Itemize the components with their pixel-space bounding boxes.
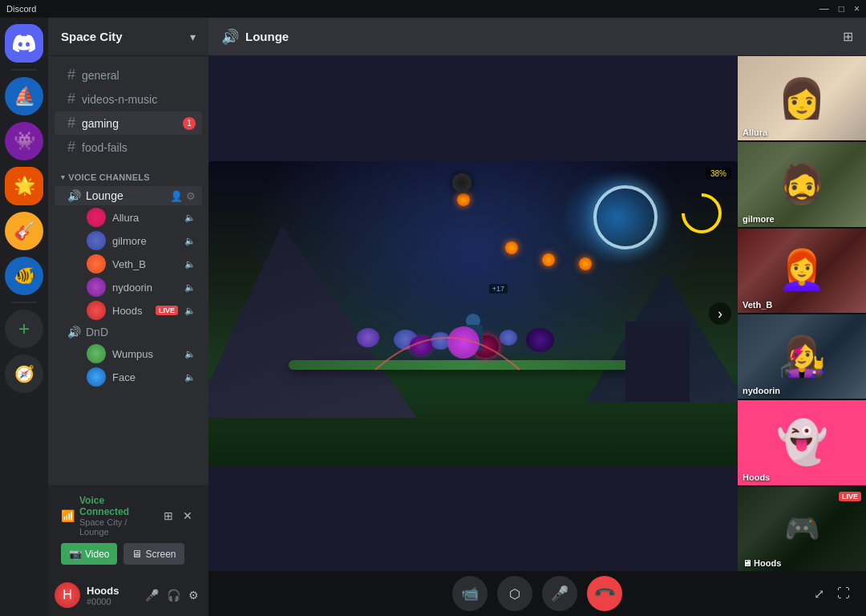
explore-servers-button[interactable]: 🧭 [5,355,43,393]
hoods-static-name-label: Hoods [743,472,770,482]
participant-tile-gilmore[interactable]: 🧔 gilmore [738,142,866,228]
mute-button[interactable]: 🎤 [142,586,162,605]
window-controls[interactable]: — □ × [819,3,860,14]
member-name-hoods: Hoods [112,305,146,317]
bottom-controls: 📹 ⬡ 🎤 📞 ⤢ ⛶ [208,571,866,616]
user-footer: H Hoods #0000 🎤 🎧 ⚙ [48,574,208,616]
share-screen-button[interactable]: ⬡ [497,576,532,611]
popout-button[interactable]: ⤢ [811,583,828,605]
hoods-avatar-emoji: 👻 [776,418,828,467]
member-avatar-face [87,367,106,387]
voice-connected-info: 📶 Voice Connected Space City / Lounge ⊞ … [55,492,202,540]
allura-avatar-emoji: 👩 [778,76,826,121]
mic-button[interactable]: 🎤 [542,576,577,611]
mic-icon: 🎤 [551,585,569,602]
allura-name-label: Allura [743,128,767,137]
member-avatar-allura [87,208,106,227]
game-portal-circle [593,185,658,249]
deafen-button[interactable]: 🎧 [164,586,184,605]
screen-label: Screen [145,549,176,560]
end-call-icon: 📞 [592,581,617,606]
voice-buttons: 📷 Video 🖥 Screen [55,540,202,571]
speaker-icon: 🔊 [67,326,81,338]
participant-tile-nydoorin[interactable]: 👩‍🎤 nydoorin [738,314,866,400]
nydoorin-name-label: nydoorin [743,386,780,395]
server-divider [11,69,37,71]
hash-icon: # [67,67,75,83]
server-icon-s1[interactable]: ⛵ [5,77,43,116]
server-icon-discord[interactable] [5,24,43,63]
member-speaker-icon: 🔈 [184,306,196,316]
screen-share-button[interactable]: 🖥 Screen [123,543,184,565]
fire-orb-3 [542,253,555,266]
vethb-avatar-emoji: 👩‍🦰 [778,248,826,293]
channel-header-right: ⊞ [843,29,853,44]
voice-channel-lounge[interactable]: 🔊 Lounge 👤 ⚙ [55,186,202,205]
server-icon-s5[interactable]: 🐠 [5,257,43,295]
channel-food-fails[interactable]: # food-fails [55,136,202,159]
gilmore-avatar-emoji: 🧔 [778,162,826,207]
voice-member-allura[interactable]: Allura 🔈 [55,206,202,229]
channel-sidebar: Space City ▾ # general # videos-n-music … [48,18,208,616]
grid-view-icon[interactable]: ⊞ [843,29,853,44]
server-icon-s2[interactable]: 👾 [5,122,43,160]
voice-member-gilmore[interactable]: gilmore 🔈 [55,229,202,252]
voice-channel-actions: 👤 ⚙ [170,190,196,202]
server-icon-s4[interactable]: 🎸 [5,212,43,250]
voice-actions: ⊞ ✕ [160,506,196,525]
vethb-name-label: Veth_B [743,300,772,310]
gilmore-name-label: gilmore [743,214,775,224]
channel-name: videos-n-music [82,93,157,106]
dark-orb [452,173,471,192]
main-stream: +17 38% › [208,56,738,571]
server-dropdown-icon: ▾ [190,30,196,43]
member-name-nydoorin: nydoorin [112,282,178,294]
app-body: ⛵ 👾 🌟 🎸 🐠 + 🧭 Space City ▾ # general # v… [0,18,866,616]
member-speaker-icon: 🔈 [184,372,196,383]
participant-tile-hoods-game[interactable]: 🎮 LIVE 🖥 Hoods [738,487,866,571]
channel-videos-n-music[interactable]: # videos-n-music [55,87,202,111]
server-icon-space-city[interactable]: 🌟 [5,167,43,205]
add-server-button[interactable]: + [5,310,43,348]
game-desk-object [625,322,690,402]
member-avatar-gilmore [87,231,106,250]
user-settings-button[interactable]: ⚙ [185,586,202,605]
participant-tile-vethb[interactable]: 👩‍🦰 Veth_B [738,229,866,314]
video-icon: 📷 [69,548,82,560]
channel-gaming[interactable]: # gaming 1 [55,111,202,135]
hp-bar: 38% [706,168,731,180]
enemy-4 [526,328,554,352]
fullscreen-button[interactable]: ⛶ [834,583,853,605]
voice-member-vethb[interactable]: Veth_B 🔈 [55,253,202,275]
server-header[interactable]: Space City ▾ [48,18,208,56]
member-speaker-icon: 🔈 [184,259,196,270]
next-participant-button[interactable]: › [709,302,731,325]
signal-icon: 📶 [61,509,75,522]
voice-status-main: Voice Connected [79,495,156,517]
voice-settings-btn[interactable]: ⊞ [160,506,176,525]
main-content: 🔊 Lounge ⊞ [208,18,866,616]
settings-icon[interactable]: ⚙ [186,190,196,202]
screen-icon: 🖥 [132,548,142,560]
camera-button[interactable]: 📹 [452,576,488,611]
end-call-button[interactable]: 📞 [587,576,622,611]
participant-tile-hoods-static[interactable]: 👻 Hoods [738,400,866,486]
channel-general[interactable]: # general [55,63,202,87]
voice-channels-category[interactable]: ▾ VOICE CHANNELS [48,160,208,185]
video-button[interactable]: 📷 Video [61,543,117,565]
member-avatar-vethb [87,254,106,274]
unread-badge: 1 [183,117,196,130]
channel-header-name: Lounge [245,30,289,43]
voice-member-face[interactable]: Face 🔈 [55,366,202,388]
user-name: Hoods [87,585,136,597]
app-name: Discord [6,4,36,14]
category-arrow-icon: ▾ [61,173,65,181]
voice-channel-name: DnD [86,326,108,338]
voice-channel-dnd[interactable]: 🔊 DnD [55,322,202,342]
add-user-icon[interactable]: 👤 [170,190,183,202]
disconnect-btn[interactable]: ✕ [180,506,196,525]
voice-member-hoods[interactable]: Hoods LIVE 🔈 [55,299,202,322]
voice-member-nydoorin[interactable]: nydoorin 🔈 [55,276,202,298]
participant-tile-allura[interactable]: 👩 Allura [738,56,866,142]
voice-member-wumpus[interactable]: Wumpus 🔈 [55,342,202,365]
